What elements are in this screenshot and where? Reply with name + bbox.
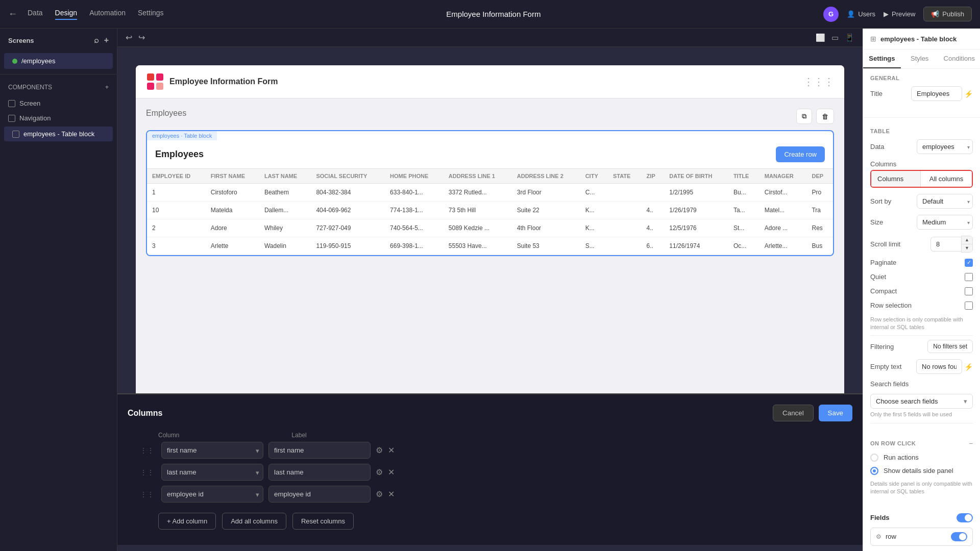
drag-handle-2[interactable]: ⋮⋮ <box>138 468 156 477</box>
mobile-view-btn[interactable]: 📱 <box>845 33 854 42</box>
col-label-input-2[interactable] <box>268 464 371 481</box>
compact-checkbox[interactable] <box>965 287 973 295</box>
sort-select[interactable]: Default <box>917 194 973 209</box>
scroll-up-btn[interactable]: ▲ <box>962 236 972 244</box>
publish-button[interactable]: 📢 Publish <box>923 7 972 21</box>
desktop-view-btn[interactable]: ⬜ <box>816 33 825 42</box>
table-section-label: TABLE <box>870 128 973 134</box>
field-gear-icon[interactable]: ⚙ <box>876 533 881 540</box>
run-actions-row[interactable]: Run actions <box>870 454 973 462</box>
save-button[interactable]: Save <box>819 405 852 421</box>
show-details-row[interactable]: Show details side panel <box>870 467 973 475</box>
preview-button[interactable]: ▶ Preview <box>884 10 915 18</box>
fields-toggle[interactable] <box>957 513 973 522</box>
title-input[interactable] <box>911 86 962 101</box>
users-button[interactable]: 👤 Users <box>847 10 875 18</box>
on-row-click-collapse-icon[interactable]: − <box>969 440 973 447</box>
col-x-1[interactable]: ✕ <box>388 445 395 455</box>
col-label-input-3[interactable] <box>268 486 371 503</box>
table-row[interactable]: 1CirstoforoBeathem804-382-384633-840-1..… <box>147 184 833 202</box>
table-cell: 4.. <box>642 202 665 219</box>
col-address-line2: ADDRESS LINE 2 <box>512 169 580 184</box>
col-home-phone: HOME PHONE <box>385 169 444 184</box>
table-row[interactable]: 2AdoreWhiley727-927-049740-564-5...5089 … <box>147 219 833 237</box>
col-gear-1[interactable]: ⚙ <box>376 445 383 455</box>
reset-columns-button[interactable]: Reset columns <box>292 513 354 530</box>
nav-data[interactable]: Data <box>28 9 43 20</box>
col-x-3[interactable]: ✕ <box>388 489 395 499</box>
row-selection-note: Row selection is only compatible with in… <box>870 316 973 332</box>
size-select[interactable]: Medium <box>917 215 973 230</box>
table-cell: 2 <box>147 219 206 237</box>
table-cell: 3 <box>147 237 206 255</box>
table-row[interactable]: 10MateldaDallem...404-069-962774-138-1..… <box>147 202 833 219</box>
col-select-2[interactable]: last name <box>161 464 263 481</box>
table-cell: 55503 Have... <box>444 237 512 255</box>
nav-automation[interactable]: Automation <box>89 9 126 20</box>
nav-design[interactable]: Design <box>55 9 78 20</box>
field-row-toggle[interactable] <box>951 532 967 541</box>
empty-lightning-icon[interactable]: ⚡ <box>964 363 973 371</box>
col-gear-2[interactable]: ⚙ <box>376 467 383 477</box>
col-select-1[interactable]: first name <box>161 442 263 459</box>
drag-handle-3[interactable]: ⋮⋮ <box>138 490 156 498</box>
table-cell: Pro <box>806 184 833 202</box>
form-dots-icon[interactable]: ⋮⋮⋮ <box>803 76 834 88</box>
sidebar-item-employees[interactable]: /employees <box>4 53 113 69</box>
show-details-radio[interactable] <box>870 467 878 475</box>
empty-text-row: Empty text ⚡ <box>870 359 973 374</box>
search-icon[interactable]: ⌕ <box>94 36 99 45</box>
undo-button[interactable]: ↩ <box>126 33 132 42</box>
add-component-icon[interactable]: + <box>105 84 109 91</box>
topbar-title: Employee Information Form <box>164 10 824 18</box>
svg-rect-2 <box>147 83 154 90</box>
copy-section-btn[interactable]: ⧉ <box>796 109 812 124</box>
run-actions-radio[interactable] <box>870 454 878 462</box>
title-lightning-icon[interactable]: ⚡ <box>964 90 973 98</box>
filtering-button[interactable]: No filters set <box>927 340 973 353</box>
columns-right-button[interactable]: All columns <box>920 171 972 187</box>
col-gear-3[interactable]: ⚙ <box>376 489 383 499</box>
cancel-button[interactable]: Cancel <box>773 405 814 421</box>
table-cell <box>642 184 665 202</box>
create-row-button[interactable]: Create row <box>776 146 825 162</box>
tab-settings[interactable]: Settings <box>863 49 901 68</box>
component-screen[interactable]: Screen <box>0 96 117 111</box>
preview-icon: ▶ <box>884 10 889 18</box>
col-label-input-1[interactable] <box>268 442 371 459</box>
row-selection-checkbox[interactable] <box>965 302 973 310</box>
tab-styles[interactable]: Styles <box>901 49 939 68</box>
table-cell: 1 <box>147 184 206 202</box>
scroll-input[interactable] <box>930 237 961 252</box>
col-select-wrapper-3: employee id <box>161 486 263 503</box>
fields-label: Fields <box>870 514 890 521</box>
table-cell: 73 5th Hill <box>444 202 512 219</box>
col-x-2[interactable]: ✕ <box>388 467 395 477</box>
tab-conditions[interactable]: Conditions <box>939 49 980 68</box>
add-screen-icon[interactable]: + <box>104 36 109 45</box>
columns-left-button[interactable]: Columns <box>871 171 920 187</box>
scroll-down-btn[interactable]: ▼ <box>962 244 972 252</box>
table-cell <box>608 219 642 237</box>
add-all-columns-button[interactable]: Add all columns <box>222 513 286 530</box>
screens-header: Screens ⌕ + <box>0 29 117 52</box>
delete-section-btn[interactable]: 🗑 <box>816 109 834 124</box>
redo-button[interactable]: ↪ <box>138 33 145 42</box>
empty-text-input[interactable] <box>916 359 962 374</box>
table-cell: K... <box>580 202 608 219</box>
scroll-row: Scroll limit ▲ ▼ <box>870 236 973 253</box>
add-column-button[interactable]: + Add column <box>158 513 216 530</box>
nav-settings[interactable]: Settings <box>138 9 164 20</box>
data-select[interactable]: employees <box>917 139 973 154</box>
back-button[interactable]: ← <box>8 9 17 19</box>
table-cell: 1/26/1979 <box>664 202 728 219</box>
drag-handle-1[interactable]: ⋮⋮ <box>138 446 156 455</box>
paginate-checkbox[interactable] <box>965 259 973 267</box>
table-row[interactable]: 3ArletteWadelin119-950-915669-398-1...55… <box>147 237 833 255</box>
component-table-block[interactable]: employees - Table block <box>4 127 113 141</box>
search-fields-select[interactable]: Choose search fields ▾ <box>870 394 973 409</box>
tablet-view-btn[interactable]: ▭ <box>831 33 839 42</box>
col-select-3[interactable]: employee id <box>161 486 263 503</box>
quiet-checkbox[interactable] <box>965 273 973 281</box>
component-navigation[interactable]: Navigation <box>0 111 117 126</box>
